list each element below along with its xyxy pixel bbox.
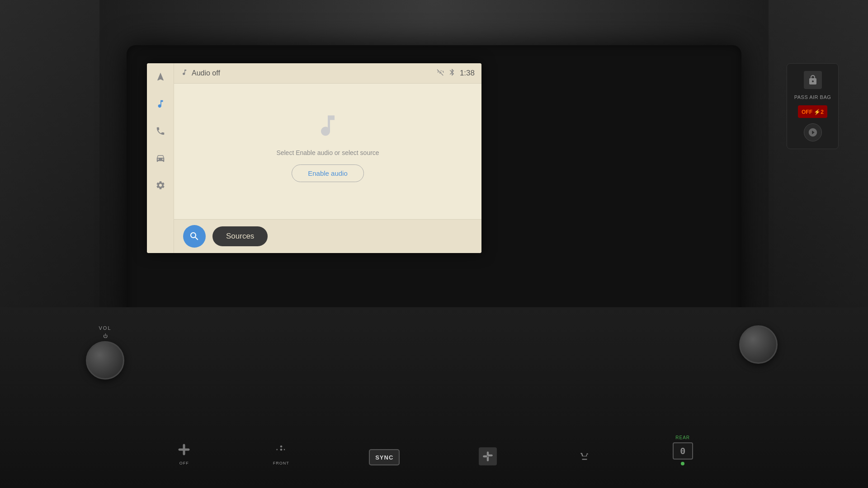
- top-bar: Audio off 1:38: [174, 63, 481, 84]
- sidebar-item-music[interactable]: [151, 95, 170, 113]
- sidebar-item-navigation[interactable]: [151, 68, 170, 86]
- airbag-status-text: OFF ⚡2: [802, 109, 824, 115]
- rear-indicator-dot: [681, 462, 684, 465]
- sync-button[interactable]: SYNC: [369, 449, 400, 465]
- airbag-panel: PASS AIR BAG OFF ⚡2: [787, 63, 839, 149]
- audio-status-title: Audio off: [192, 69, 433, 77]
- search-button[interactable]: [183, 225, 206, 248]
- vol-power-label: ⏻: [103, 333, 108, 338]
- sidebar-item-phone[interactable]: [151, 122, 170, 140]
- airbag-status: OFF ⚡2: [798, 105, 827, 118]
- lock-icon-area: [804, 71, 822, 89]
- bluetooth-icon: [448, 68, 456, 78]
- fan-icon-control: [479, 447, 497, 465]
- rear-knob-control: [739, 325, 778, 364]
- sources-button[interactable]: Sources: [212, 226, 268, 246]
- sidebar-item-car[interactable]: [151, 149, 170, 167]
- sidebar-item-settings[interactable]: [151, 176, 170, 194]
- bottom-controls-row: OFF FRONT SYNC: [136, 435, 732, 465]
- select-source-text: Select Enable audio or select source: [276, 149, 379, 156]
- fan-off-control: OFF: [175, 441, 193, 465]
- main-content: Audio off 1:38: [174, 63, 481, 253]
- center-area: Select Enable audio or select source Ena…: [174, 84, 481, 219]
- airbag-indicator-circle: [804, 123, 822, 141]
- rear-knob[interactable]: [739, 325, 778, 364]
- sidebar: [147, 63, 174, 253]
- front-control: FRONT: [272, 441, 290, 465]
- music-note-icon: [181, 69, 188, 78]
- airbag-label: PASS AIR BAG: [794, 94, 831, 100]
- seat-control: [576, 447, 594, 465]
- bottom-bar: Sources: [174, 219, 481, 253]
- sync-label: SYNC: [375, 454, 393, 461]
- front-label: FRONT: [273, 461, 289, 465]
- music-placeholder-icon: [314, 112, 341, 141]
- antenna-off-icon: [436, 68, 444, 78]
- rear-value: 0: [680, 446, 685, 456]
- volume-knob[interactable]: [86, 341, 124, 380]
- status-bar: 1:38: [436, 68, 475, 78]
- enable-audio-button[interactable]: Enable audio: [292, 164, 364, 182]
- off-label: OFF: [179, 461, 189, 465]
- fan-icon: [175, 441, 193, 459]
- rear-value-display: 0: [673, 442, 693, 460]
- rear-display: REAR 0: [673, 435, 693, 465]
- rear-label: REAR: [675, 435, 690, 440]
- front-icon: [272, 441, 290, 459]
- infotainment-screen: Audio off 1:38: [147, 63, 481, 253]
- volume-control: VOL ⏻: [86, 325, 124, 380]
- dashboard-controls: VOL ⏻ OFF FRONT SYNC: [0, 307, 868, 488]
- vol-label: VOL: [99, 325, 111, 331]
- fan-control-icon: [479, 447, 497, 465]
- clock-display: 1:38: [460, 69, 475, 78]
- seat-icon: [576, 447, 594, 465]
